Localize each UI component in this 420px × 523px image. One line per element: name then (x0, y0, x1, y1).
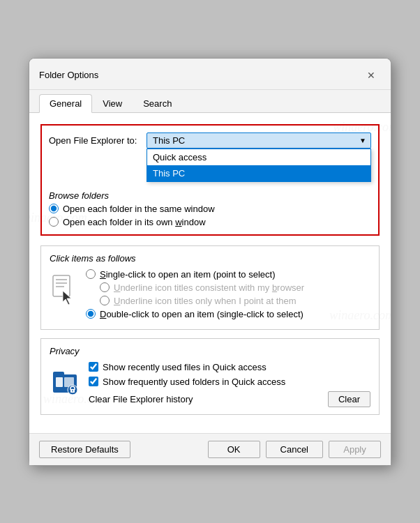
double-click-row: Double-click to open an item (single-cli… (86, 309, 370, 319)
dialog-body: winaero.com winaero.com winaero.com wina… (29, 113, 391, 433)
privacy-options: Show recently used files in Quick access… (89, 362, 370, 407)
privacy-content: Show recently used files in Quick access… (50, 362, 370, 407)
svg-rect-0 (53, 275, 70, 296)
tab-search[interactable]: Search (133, 94, 182, 112)
recently-used-files-row: Show recently used files in Quick access (89, 362, 370, 372)
folder-options-dialog: Folder Options ✕ General View Search win… (29, 58, 391, 466)
frequently-used-folders-label: Show frequently used folders in Quick ac… (103, 377, 285, 387)
underline-browser-label: Underline icon titles consistent with my… (114, 282, 304, 293)
single-click-row: Single-click to open an item (point to s… (86, 269, 370, 280)
red-border-section: Open File Explorer to: This PC ▼ Quick a… (40, 124, 380, 236)
svg-rect-6 (53, 372, 64, 377)
clear-history-label: Clear File Explorer history (89, 394, 193, 404)
double-click-label: Double-click to open an item (single-cli… (100, 309, 303, 319)
dialog-footer: Restore Defaults OK Cancel Apply (29, 433, 391, 465)
dropdown-option-quickaccess[interactable]: Quick access (147, 149, 370, 165)
browse-same-window-radio[interactable] (49, 204, 59, 213)
browse-folders-label: Browse folders (49, 190, 371, 201)
dropdown-option-thispc[interactable]: This PC (147, 165, 370, 181)
click-options: Single-click to open an item (point to s… (86, 269, 370, 322)
svg-rect-7 (56, 377, 63, 387)
click-icon-container (50, 272, 79, 307)
browse-same-window-row: Open each folder in the same window (49, 204, 371, 214)
footer-left: Restore Defaults (39, 441, 130, 458)
sub-options: Underline icon titles consistent with my… (100, 282, 370, 306)
single-click-label: Single-click to open an item (point to s… (100, 269, 275, 280)
titlebar: Folder Options ✕ (29, 59, 391, 90)
dialog-title: Folder Options (39, 70, 98, 80)
ok-button[interactable]: OK (208, 441, 260, 458)
recently-used-files-label: Show recently used files in Quick access (103, 362, 267, 372)
tab-general[interactable]: General (39, 94, 92, 113)
double-click-radio[interactable] (86, 309, 96, 319)
restore-defaults-button[interactable]: Restore Defaults (39, 441, 130, 458)
open-explorer-dropdown-container: This PC ▼ Quick access This PC (147, 132, 371, 149)
underline-browser-radio[interactable] (100, 282, 110, 292)
recently-used-files-checkbox[interactable] (89, 362, 98, 372)
single-click-radio[interactable] (86, 269, 96, 279)
frequently-used-folders-row: Show frequently used folders in Quick ac… (89, 377, 370, 387)
click-items-section: Click items as follows (40, 245, 380, 330)
privacy-icon (52, 365, 80, 397)
click-items-label: Click items as follows (50, 253, 370, 264)
tab-view[interactable]: View (92, 94, 133, 112)
apply-button[interactable]: Apply (329, 441, 381, 458)
open-explorer-row: Open File Explorer to: This PC ▼ Quick a… (49, 132, 371, 149)
underline-point-label: Underline icon titles only when I point … (114, 296, 297, 306)
open-explorer-label: Open File Explorer to: (49, 135, 147, 146)
dropdown-arrow-icon: ▼ (359, 137, 366, 144)
tab-bar: General View Search (29, 90, 391, 113)
click-items-content: Single-click to open an item (point to s… (50, 269, 370, 322)
privacy-section: Privacy (40, 338, 380, 415)
clear-history-row: Clear File Explorer history Clear (89, 391, 370, 407)
browse-own-window-row: Open each folder in its own window (49, 217, 371, 227)
cancel-button[interactable]: Cancel (266, 441, 323, 458)
close-button[interactable]: ✕ (361, 66, 381, 85)
open-explorer-dropdown[interactable]: This PC ▼ (147, 132, 371, 149)
underline-point-radio[interactable] (100, 296, 110, 305)
dropdown-popup: Quick access This PC (147, 149, 371, 182)
cursor-file-icon (52, 274, 77, 305)
clear-button[interactable]: Clear (328, 391, 370, 407)
browse-own-window-label: Open each folder in its own window (63, 217, 206, 227)
browse-own-window-radio[interactable] (49, 217, 59, 227)
svg-point-11 (72, 390, 73, 391)
underline-browser-row: Underline icon titles consistent with my… (100, 282, 370, 293)
underline-point-row: Underline icon titles only when I point … (100, 296, 370, 306)
browse-same-window-label: Open each folder in the same window (63, 204, 215, 214)
privacy-icon-container (50, 365, 82, 397)
footer-right: OK Cancel Apply (208, 441, 381, 458)
privacy-section-label: Privacy (50, 346, 370, 356)
frequently-used-folders-checkbox[interactable] (89, 377, 98, 386)
